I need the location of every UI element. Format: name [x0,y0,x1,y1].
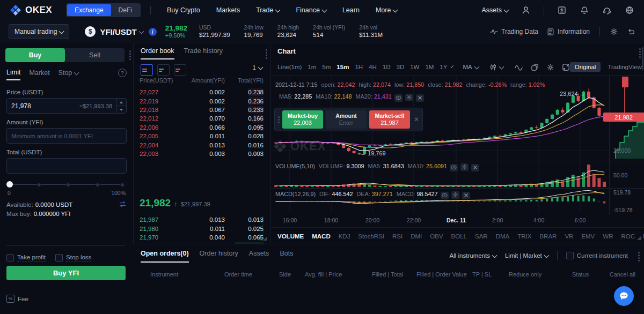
fullscreen-icon[interactable] [562,63,570,71]
tab-defi[interactable]: DeFi [111,4,140,16]
order-type-limit[interactable]: Limit [6,69,20,80]
order-book-ask-row[interactable]: 22,0030.0030.003 [140,149,264,158]
order-book-ask-row[interactable]: 22,0050.0110.028 [140,132,264,140]
book-mode-both-icon[interactable] [141,64,153,76]
indicator-tab-wr[interactable]: WR [603,233,613,240]
view-tradingview[interactable]: TradingView [603,62,644,72]
book-mode-bids-icon[interactable] [157,64,170,76]
price-step-up-button[interactable] [116,99,126,106]
order-book-ask-row[interactable]: 22,0060.0660.095 [140,123,264,132]
order-book-ask-row[interactable]: 22,0270.0020.238 [140,88,264,96]
indicator-tab-roc[interactable]: ROC [621,233,635,240]
timeframe-1y[interactable]: 1Y [440,64,447,70]
buy-tab[interactable]: Buy [5,48,65,62]
indicator-wave-icon[interactable] [514,64,523,71]
indicator-tab-stochrsi[interactable]: StochRSI [358,233,384,240]
widget-drag-handle[interactable] [278,116,280,123]
indicator-tab-brar[interactable]: BRAR [539,233,557,240]
panel-drag-handle[interactable] [129,50,131,60]
slider-knob[interactable] [6,181,13,188]
stop-loss-checkbox[interactable]: Stop loss [55,254,91,261]
panel-drag-handle[interactable] [266,49,267,59]
market-sell-button[interactable]: Market-sell 21,987 [369,110,410,129]
support-headset-icon[interactable] [602,5,612,15]
orders-tab-order-history[interactable]: Order history [200,250,238,263]
order-book-ask-row[interactable]: 22,0040.0130.016 [140,140,264,149]
indicator-tab-dmi[interactable]: DMI [411,233,422,240]
eye-icon[interactable] [450,164,458,171]
price-input[interactable] [7,102,85,110]
timeframe-1w[interactable]: 1W [410,64,419,70]
pair-info-icon[interactable]: i [149,28,157,36]
chart-canvas[interactable]: 20,00050.00519.78-519.78 2021-12-11 7:15… [270,75,644,214]
indicator-tab-volume[interactable]: VOLUME [277,233,304,240]
indicator-tab-kdj[interactable]: KDJ [339,233,350,240]
indicator-tab-obv[interactable]: OBV [430,233,443,240]
timeframe-1d[interactable]: 1D [383,64,391,70]
help-icon[interactable]: ? [118,69,127,77]
orders-col-cancel-all[interactable]: Cancel all [610,271,635,278]
indicator-tab-rsi[interactable]: RSI [392,233,402,240]
order-type-market[interactable]: Market [29,69,49,80]
gear-icon[interactable] [460,163,469,171]
indicator-tab-trix[interactable]: TRIX [517,233,531,240]
information-link[interactable]: Information [547,28,590,36]
slider-dot-75[interactable] [96,183,100,187]
take-profit-checkbox[interactable]: Take profit [6,254,46,261]
order-book-bid-row[interactable]: 21,9700.0400.065 [140,233,264,242]
chat-button[interactable] [614,286,634,306]
order-book-ask-row[interactable]: 22,0190.0020.236 [140,96,264,105]
tab-exchange[interactable]: Exchange [67,4,111,16]
widget-close-icon[interactable]: ✕ [414,116,419,123]
nav-item-learn[interactable]: Learn [342,6,360,14]
orders-tab-open-orders-0[interactable]: Open orders(0) [141,250,189,263]
eye-icon[interactable] [394,94,402,102]
limit-market-filter[interactable]: Limit | Market [505,252,548,259]
view-original[interactable]: Original [570,62,601,72]
orders-tab-bots[interactable]: Bots [280,250,293,263]
settings-gear-icon[interactable] [610,27,618,36]
timeframe-1m[interactable]: 1M [425,64,434,70]
orders-tab-assets[interactable]: Assets [249,250,269,263]
indicator-tab-sar[interactable]: SAR [475,233,488,240]
timeframe-3d[interactable]: 3D [397,64,405,70]
all-instruments-filter[interactable]: All instruments [450,252,496,259]
resize-corner[interactable] [637,236,641,240]
order-book-ask-row[interactable]: 22,0180.0670.233 [140,106,264,114]
nav-item-finance[interactable]: Finance [296,6,326,14]
gear-icon[interactable] [451,191,459,199]
sell-tab[interactable]: Sell [65,48,125,62]
order-type-stop[interactable]: Stop [58,69,79,80]
reset-layout-icon[interactable] [627,27,635,36]
drawing-tools-icon[interactable] [531,63,539,71]
gear-icon[interactable] [405,94,413,101]
order-book-bid-row[interactable]: 21,9800.0110.025 [140,224,264,233]
eye-icon[interactable] [441,192,449,199]
pair-chevron-icon[interactable] [138,28,144,34]
timeframe-line-1m[interactable]: Line(1m) [277,64,302,70]
nav-item-trade[interactable]: Trade [256,6,280,14]
nav-item-buy-crypto[interactable]: Buy Crypto [167,6,200,14]
timeframe-4h[interactable]: 4H [369,64,377,70]
ma-selector[interactable]: MA [463,64,479,70]
tab-order-book[interactable]: Order book [141,47,174,59]
assets-menu[interactable]: Assets [481,6,508,14]
close-icon[interactable] [462,192,470,199]
indicator-tab-vr[interactable]: VR [565,233,573,240]
more-timeframes-chevron[interactable] [450,65,453,68]
notifications-bell-icon[interactable] [580,5,589,15]
last-price-row[interactable]: 21,982 ↑ $21,997.39 [140,197,210,209]
slider-dot-100[interactable] [120,183,125,187]
widget-amount-field[interactable]: Amount Enter [326,110,367,129]
indicator-tab-macd[interactable]: MACD [312,233,331,240]
resize-corner[interactable] [263,236,267,241]
chart-style-selector[interactable] [489,63,503,71]
order-book-ask-row[interactable]: 22,0120.0700.166 [140,114,264,123]
language-globe-icon[interactable] [625,5,634,15]
timeframe-5m[interactable]: 5m [322,64,331,70]
book-mode-asks-icon[interactable] [174,64,186,76]
tab-trade-history[interactable]: Trade history [184,47,223,59]
transfer-swap-icon[interactable] [119,200,127,208]
slider-dot-25[interactable] [37,183,41,187]
timeframe-15m[interactable]: 15m [336,64,349,70]
